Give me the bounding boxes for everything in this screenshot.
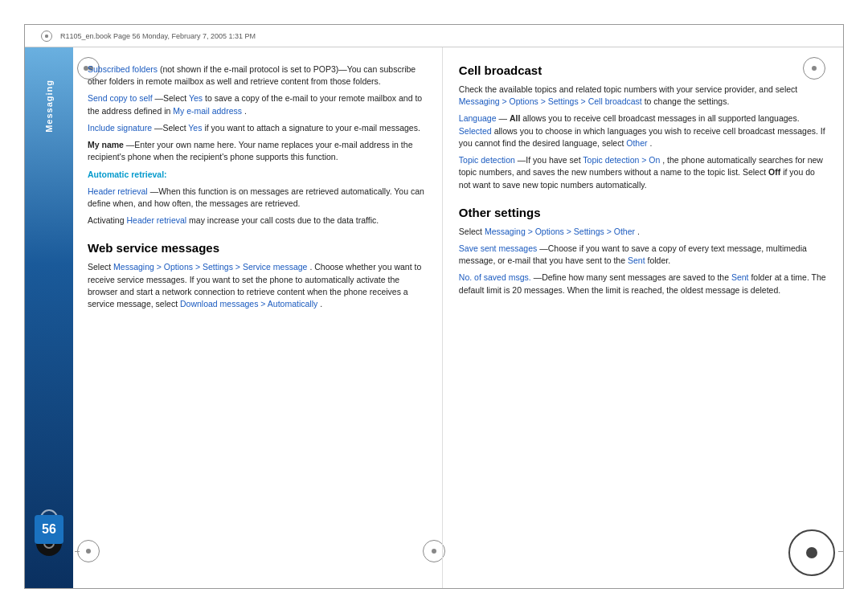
- activating-link[interactable]: Header retrieval: [126, 215, 186, 225]
- send-copy-yes-link[interactable]: Yes: [189, 93, 203, 103]
- my-name-label: My name: [88, 140, 124, 149]
- page-outer: R1105_en.book Page 56 Monday, February 7…: [24, 24, 844, 589]
- auto-retrieval-para: Automatic retrieval:: [88, 169, 428, 181]
- other-settings-link[interactable]: Messaging > Options > Settings > Other: [485, 227, 635, 236]
- web-service-heading: Web service messages: [88, 241, 428, 255]
- web-service-link[interactable]: Messaging > Options > Settings > Service…: [113, 262, 307, 272]
- header-bar: R1105_en.book Page 56 Monday, February 7…: [25, 25, 843, 47]
- web-service-text1: Select: [88, 262, 113, 272]
- page-number: 56: [35, 515, 63, 544]
- subscribed-folders-link[interactable]: Subscribed folders: [88, 64, 158, 74]
- topic-detection-off-text: Off: [768, 167, 780, 177]
- cell-broadcast-intro-text: Check the available topics and related t…: [459, 84, 797, 94]
- language-text1: allows you to receive cell broadcast mes…: [522, 113, 799, 123]
- cell-broadcast-heading: Cell broadcast: [459, 63, 827, 77]
- save-sent-folder-link[interactable]: Sent: [628, 255, 645, 265]
- language-all-text: All: [510, 113, 520, 123]
- header-file-info: R1105_en.book Page 56 Monday, February 7…: [60, 32, 256, 40]
- language-link[interactable]: Language: [459, 113, 497, 123]
- include-sig-para: Include signature —Select Yes if you wan…: [88, 122, 428, 134]
- web-service-text3: .: [320, 299, 322, 309]
- send-copy-text3: .: [244, 106, 247, 116]
- include-sig-yes-link[interactable]: Yes: [188, 123, 202, 133]
- cell-broadcast-link[interactable]: Messaging > Options > Settings > Cell br…: [459, 96, 642, 106]
- download-messages-link[interactable]: Download messages > Automatically: [180, 299, 317, 309]
- left-sidebar: Messaging: [25, 47, 73, 588]
- other-settings-heading: Other settings: [459, 206, 827, 219]
- include-sig-text2: if you want to attach a signature to you…: [204, 123, 420, 133]
- sidebar-label: Messaging: [44, 80, 54, 133]
- topic-detection-text1: —If you have set: [518, 155, 583, 165]
- cell-broadcast-intro-para: Check the available topics and related t…: [459, 84, 827, 108]
- my-email-link[interactable]: My e-mail address: [173, 106, 242, 116]
- auto-retrieval-heading: Automatic retrieval:: [88, 170, 167, 179]
- my-name-para: My name —Enter your own name here. Your …: [88, 139, 428, 163]
- activating-text2: may increase your call costs due to the …: [189, 215, 379, 225]
- my-name-text: —Enter your own name here. Your name rep…: [88, 140, 412, 161]
- cell-broadcast-section: Cell broadcast Check the available topic…: [459, 63, 827, 191]
- subscribed-folders-para: Subscribed folders (not shown if the e-m…: [88, 63, 428, 88]
- topic-detection-para: Topic detection —If you have set Topic d…: [459, 154, 827, 191]
- cell-broadcast-intro2-text: to change the settings.: [645, 96, 730, 106]
- left-column: Subscribed folders (not shown if the e-m…: [73, 47, 443, 588]
- activating-para: Activating Header retrieval may increase…: [88, 215, 428, 227]
- language-para: Language — All allows you to receive cel…: [459, 112, 827, 149]
- other-settings-text2: .: [637, 227, 640, 236]
- language-dash: —: [498, 113, 507, 123]
- header-crosshair-icon: [41, 31, 52, 42]
- save-sent-para: Save sent messages —Choose if you want t…: [459, 243, 827, 267]
- web-service-section: Web service messages Select Messaging > …: [88, 241, 428, 310]
- no-saved-msgs-para: No. of saved msgs. —Define how many sent…: [459, 272, 827, 296]
- send-copy-para: Send copy to self —Select Yes to save a …: [88, 92, 428, 116]
- save-sent-link[interactable]: Save sent messages: [459, 243, 537, 253]
- include-sig-text1: —Select: [154, 123, 188, 133]
- language-other-link[interactable]: Other: [626, 138, 647, 148]
- web-service-para: Select Messaging > Options > Settings > …: [88, 261, 428, 310]
- header-retrieval-para: Header retrieval —When this function is …: [88, 186, 428, 210]
- content-area: Subscribed folders (not shown if the e-m…: [73, 47, 843, 588]
- include-sig-link[interactable]: Include signature: [88, 123, 152, 133]
- save-sent-text2: folder.: [647, 255, 670, 265]
- topic-detection-on-link[interactable]: Topic detection > On: [583, 155, 660, 165]
- no-saved-msgs-link[interactable]: No. of saved msgs.: [459, 272, 531, 282]
- other-settings-intro-para: Select Messaging > Options > Settings > …: [459, 226, 827, 238]
- language-selected-link[interactable]: Selected: [459, 126, 492, 136]
- no-saved-msgs-text1: —Define how many sent messages are saved…: [534, 272, 731, 282]
- send-copy-text1: —Select: [154, 93, 188, 103]
- activating-text1: Activating: [88, 215, 126, 225]
- language-text3: .: [649, 138, 652, 148]
- send-copy-link[interactable]: Send copy to self: [88, 93, 153, 103]
- header-retrieval-link[interactable]: Header retrieval: [88, 186, 148, 196]
- no-saved-sent-link[interactable]: Sent: [731, 272, 749, 282]
- topic-detection-link[interactable]: Topic detection: [459, 155, 515, 165]
- right-column: Cell broadcast Check the available topic…: [443, 47, 843, 588]
- other-settings-section: Other settings Select Messaging > Option…: [459, 206, 827, 296]
- other-settings-text1: Select: [459, 227, 485, 236]
